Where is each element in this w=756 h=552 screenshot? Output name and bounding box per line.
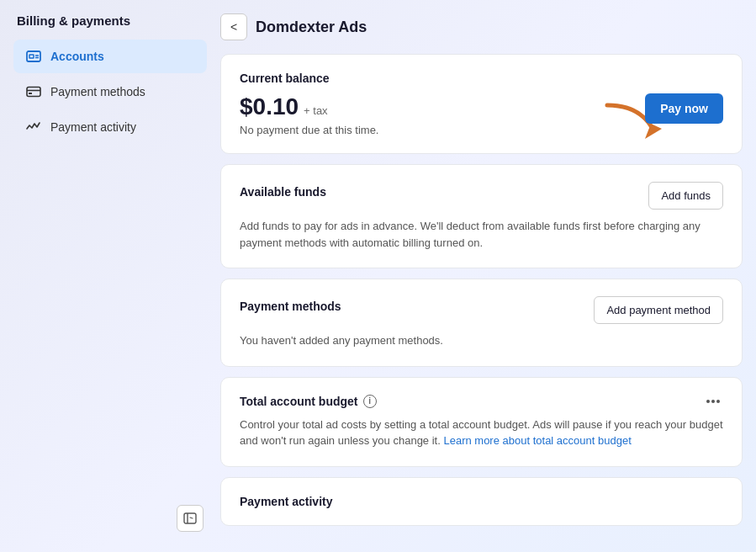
main-content: < Domdexter Ads Current balance $0.10 + …	[220, 13, 743, 539]
more-dot-2	[711, 400, 715, 403]
balance-info: $0.10 + tax No payment due at this time.	[240, 93, 378, 136]
sidebar-item-payment-activity[interactable]: Payment activity	[13, 110, 207, 144]
svg-rect-6	[29, 93, 32, 94]
svg-rect-7	[184, 513, 196, 523]
balance-tax: + tax	[304, 104, 328, 117]
budget-more-button[interactable]	[703, 396, 723, 406]
balance-amount: $0.10	[240, 93, 299, 120]
svg-rect-4	[27, 88, 40, 97]
more-dot-1	[706, 400, 710, 403]
pay-now-button[interactable]: Pay now	[645, 93, 723, 124]
payment-methods-description: You haven't added any payment methods.	[240, 332, 723, 349]
payment-activity-card: Payment activity	[220, 477, 743, 526]
balance-note: No payment due at this time.	[240, 124, 378, 136]
svg-line-9	[190, 518, 193, 518]
payment-activity-card-title: Payment activity	[240, 495, 723, 508]
add-payment-method-button[interactable]: Add payment method	[594, 296, 723, 324]
payment-methods-icon	[25, 83, 42, 100]
budget-card-header: Total account budget i	[240, 395, 723, 408]
balance-row: $0.10 + tax No payment due at this time.…	[240, 93, 723, 136]
budget-info-icon[interactable]: i	[363, 395, 377, 408]
available-funds-card: Available funds Add funds Add funds to p…	[220, 164, 743, 268]
sidebar-bottom	[13, 498, 207, 539]
balance-amount-row: $0.10 + tax	[240, 93, 378, 120]
budget-card-title: Total account budget	[240, 395, 358, 408]
budget-description: Control your total ad costs by setting a…	[240, 417, 723, 449]
accounts-icon	[25, 48, 42, 65]
budget-title-row: Total account budget i	[240, 395, 377, 408]
sidebar-section-title: Billing & payments	[13, 13, 207, 28]
payment-activity-icon	[25, 119, 42, 135]
page-title: Domdexter Ads	[256, 19, 367, 36]
funds-card-header: Available funds Add funds	[240, 182, 723, 210]
sidebar-item-payment-methods[interactable]: Payment methods	[13, 75, 207, 109]
back-icon: <	[230, 20, 237, 34]
payment-methods-card: Payment methods Add payment method You h…	[220, 279, 743, 367]
sidebar: Billing & payments Accounts	[13, 13, 207, 539]
payment-methods-card-header: Payment methods Add payment method	[240, 296, 723, 324]
balance-card: Current balance $0.10 + tax No payment d…	[220, 54, 743, 154]
sidebar-item-payment-methods-label: Payment methods	[50, 85, 145, 98]
budget-learn-more-link[interactable]: Learn more about total account budget	[443, 434, 631, 447]
page-header: < Domdexter Ads	[220, 13, 743, 40]
balance-card-title: Current balance	[240, 72, 723, 85]
sidebar-item-accounts-label: Accounts	[50, 50, 104, 63]
sidebar-item-accounts[interactable]: Accounts	[13, 40, 207, 73]
payment-methods-card-title: Payment methods	[240, 300, 341, 313]
add-funds-button[interactable]: Add funds	[648, 182, 723, 210]
back-button[interactable]: <	[220, 13, 247, 40]
funds-card-title: Available funds	[240, 185, 326, 199]
info-icon-label: i	[368, 396, 371, 406]
sidebar-nav: Accounts Payment methods	[13, 40, 207, 144]
sidebar-item-payment-activity-label: Payment activity	[50, 120, 136, 134]
svg-rect-1	[29, 55, 34, 58]
budget-card: Total account budget i Control your tota…	[220, 377, 743, 467]
sidebar-collapse-button[interactable]	[177, 505, 204, 532]
more-dot-3	[716, 400, 720, 403]
funds-card-description: Add funds to pay for ads in advance. We'…	[240, 218, 723, 251]
